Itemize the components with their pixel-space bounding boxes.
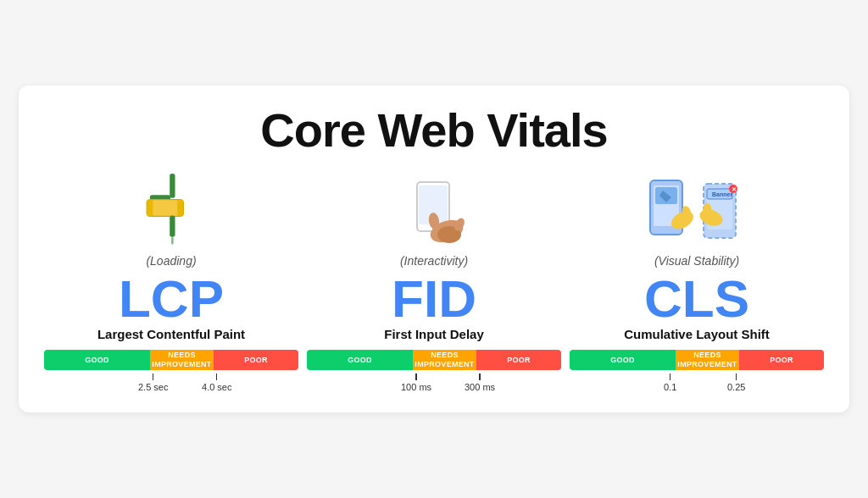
cls-bar-good: GOOD [570, 350, 676, 370]
cls-bar-poor: POOR [739, 350, 824, 370]
cls-tick2-label: 0.25 [727, 382, 745, 392]
lcp-tick2-label: 4.0 sec [202, 382, 231, 392]
fid-poor-label: POOR [507, 356, 531, 365]
lcp-tick-row: 2.5 sec 4.0 sec [44, 374, 298, 392]
svg-rect-6 [171, 237, 174, 245]
metric-fid: (Interactivity) FID First Input Delay GO… [307, 169, 561, 392]
fid-tick2-label: 300 ms [465, 382, 495, 392]
lcp-tick1-label: 2.5 sec [138, 382, 168, 392]
lcp-bar-container: GOOD NEEDSIMPROVEMENT POOR 2.5 sec [44, 350, 298, 392]
fid-tick1-label: 100 ms [401, 382, 431, 392]
cls-subtitle: (Visual Stability) [654, 254, 739, 268]
lcp-tick2-line [216, 374, 218, 380]
fid-subtitle: (Interactivity) [400, 254, 468, 268]
layout-shift-icon: Banner ✕ [642, 174, 752, 250]
fid-tick1-line [415, 374, 417, 380]
svg-text:✕: ✕ [732, 186, 737, 192]
lcp-acronym: LCP [119, 273, 224, 325]
lcp-bar-needs: NEEDSIMPROVEMENT [150, 350, 214, 370]
cls-tick2: 0.25 [727, 374, 745, 392]
lcp-bar-poor: POOR [214, 350, 298, 370]
cls-full-name: Cumulative Layout Shift [624, 327, 770, 341]
lcp-subtitle: (Loading) [146, 254, 196, 268]
cls-needs-label: NEEDSIMPROVEMENT [677, 351, 737, 369]
fid-tick-row: 100 ms 300 ms [307, 374, 561, 392]
lcp-icon-area [137, 169, 205, 254]
cls-bar-container: GOOD NEEDSIMPROVEMENT POOR 0.1 [570, 350, 824, 392]
lcp-needs-label: NEEDSIMPROVEMENT [152, 351, 211, 369]
fid-full-name: First Input Delay [384, 327, 484, 341]
page-title: Core Web Vitals [44, 102, 824, 158]
lcp-progress-bar: GOOD NEEDSIMPROVEMENT POOR [44, 350, 298, 370]
fid-tick2-line [479, 374, 481, 380]
cls-poor-label: POOR [770, 356, 793, 365]
hand-phone-icon [383, 174, 485, 250]
lcp-tick1-line [153, 374, 154, 380]
fid-needs-label: NEEDSIMPROVEMENT [415, 351, 474, 369]
fid-acronym: FID [392, 273, 476, 325]
lcp-tick2: 4.0 sec [202, 374, 231, 392]
svg-rect-3 [147, 200, 153, 217]
metrics-row: (Loading) LCP Largest Contentful Paint G… [44, 169, 824, 392]
lcp-good-label: GOOD [85, 356, 109, 365]
fid-bar-good: GOOD [307, 350, 413, 370]
cls-tick-row: 0.1 0.25 [570, 374, 824, 392]
cls-tick1-label: 0.1 [664, 382, 676, 392]
svg-rect-5 [170, 216, 175, 237]
cls-good-label: GOOD [610, 356, 635, 365]
fid-progress-bar: GOOD NEEDSIMPROVEMENT POOR [307, 350, 561, 370]
fid-bar-container: GOOD NEEDSIMPROVEMENT POOR 100 ms [307, 350, 561, 392]
cls-progress-bar: GOOD NEEDSIMPROVEMENT POOR [570, 350, 824, 370]
lcp-bar-good: GOOD [44, 350, 150, 370]
fid-bar-poor: POOR [476, 350, 561, 370]
fid-tick2: 300 ms [465, 374, 495, 392]
cls-tick2-line [736, 374, 737, 380]
cls-bar-needs: NEEDSIMPROVEMENT [676, 350, 739, 370]
cls-icon-area: Banner ✕ [642, 169, 752, 254]
metric-cls: Banner ✕ (Visual Stability) CLS Cumulati… [570, 169, 824, 392]
svg-rect-0 [170, 174, 175, 198]
metric-lcp: (Loading) LCP Largest Contentful Paint G… [44, 169, 298, 392]
fid-bar-needs: NEEDSIMPROVEMENT [413, 350, 476, 370]
fid-icon-area [383, 169, 485, 254]
svg-text:Banner: Banner [712, 191, 732, 197]
main-container: Core Web Vitals [19, 86, 849, 412]
lcp-full-name: Largest Contentful Paint [97, 327, 245, 341]
paint-roller-icon [137, 174, 205, 250]
fid-tick1: 100 ms [401, 374, 431, 392]
fid-good-label: GOOD [348, 356, 372, 365]
cls-tick1-line [670, 374, 671, 380]
cls-acronym: CLS [644, 273, 749, 325]
svg-rect-4 [177, 200, 183, 217]
lcp-poor-label: POOR [244, 356, 268, 365]
cls-tick1: 0.1 [664, 374, 676, 392]
lcp-tick1: 2.5 sec [138, 374, 168, 392]
